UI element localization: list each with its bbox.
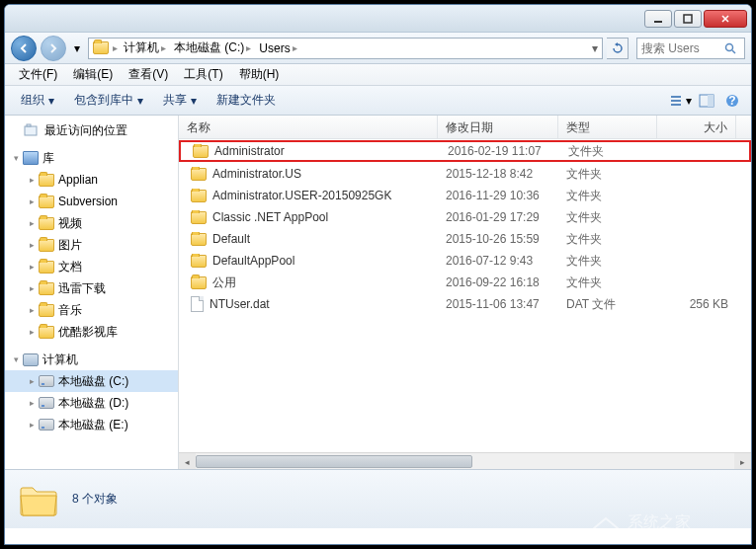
maximize-button[interactable] xyxy=(674,10,702,28)
file-type: 文件夹 xyxy=(558,274,657,291)
expand-icon[interactable]: ▸ xyxy=(25,376,39,386)
column-name[interactable]: 名称 xyxy=(179,116,438,138)
file-date: 2015-12-18 8:42 xyxy=(438,167,558,181)
sidebar-computer[interactable]: ▾ 计算机 xyxy=(5,349,178,370)
horizontal-scrollbar[interactable]: ◂ ▸ xyxy=(179,452,751,469)
include-in-library-button[interactable]: 包含到库中 ▾ xyxy=(66,89,151,112)
file-row[interactable]: Administrator2016-02-19 11:07文件夹 xyxy=(179,140,751,162)
breadcrumb-item[interactable]: 计算机 ▸ xyxy=(122,39,168,56)
expand-icon[interactable]: ▸ xyxy=(25,398,39,408)
svg-rect-4 xyxy=(671,100,681,102)
chevron-right-icon: ▸ xyxy=(113,42,118,53)
minimize-button[interactable] xyxy=(644,10,672,28)
menu-view[interactable]: 查看(V) xyxy=(121,64,176,85)
folder-icon xyxy=(39,326,54,339)
dropdown-icon[interactable]: ▾ xyxy=(592,41,598,55)
expand-icon[interactable]: ▸ xyxy=(25,327,39,337)
folder-icon xyxy=(93,41,109,54)
sidebar-drive-item[interactable]: ▸本地磁盘 (C:) xyxy=(5,370,178,392)
expand-icon[interactable]: ▸ xyxy=(25,240,39,250)
sidebar-item-label: 视频 xyxy=(58,215,82,232)
preview-pane-button[interactable] xyxy=(696,90,717,112)
expand-icon[interactable]: ▸ xyxy=(25,262,39,272)
sidebar-library-item[interactable]: ▸音乐 xyxy=(5,299,178,321)
breadcrumb[interactable]: ▸ 计算机 ▸ 本地磁盘 (C:) ▸ Users ▸ ▾ xyxy=(88,38,603,59)
sidebar-library-item[interactable]: ▸图片 xyxy=(5,234,178,256)
column-type[interactable]: 类型 xyxy=(558,116,657,138)
file-name: 公用 xyxy=(179,274,438,291)
scroll-left-icon[interactable]: ◂ xyxy=(179,453,196,469)
titlebar xyxy=(5,5,751,33)
sidebar-library-item[interactable]: ▸Applian xyxy=(5,169,178,191)
folder-icon xyxy=(17,478,60,521)
sidebar-library-item[interactable]: ▸迅雷下载 xyxy=(5,277,178,299)
help-button[interactable]: ? xyxy=(721,90,743,112)
svg-text:?: ? xyxy=(728,94,735,108)
menu-tools[interactable]: 工具(T) xyxy=(176,64,230,85)
breadcrumb-item[interactable]: 本地磁盘 (C:) ▸ xyxy=(172,39,253,56)
sidebar: 最近访问的位置 ▾ 库 ▸Applian▸Subversion▸视频▸图片▸文档… xyxy=(5,116,179,469)
sidebar-drive-item[interactable]: ▸本地磁盘 (E:) xyxy=(5,414,178,435)
file-name: DefaultAppPool xyxy=(179,254,438,268)
file-row[interactable]: Administrator.US2015-12-18 8:42文件夹 xyxy=(179,163,751,185)
menu-file[interactable]: 文件(F) xyxy=(11,64,65,85)
sidebar-item-label: Subversion xyxy=(58,195,118,208)
folder-icon xyxy=(191,255,207,268)
collapse-icon[interactable]: ▾ xyxy=(9,354,23,364)
sidebar-library-item[interactable]: ▸Subversion xyxy=(5,191,178,212)
expand-icon[interactable]: ▸ xyxy=(25,283,39,293)
expand-icon[interactable]: ▸ xyxy=(25,218,39,228)
menu-edit[interactable]: 编辑(E) xyxy=(65,64,121,85)
collapse-icon[interactable]: ▾ xyxy=(9,153,23,163)
search-box[interactable] xyxy=(636,38,745,59)
organize-button[interactable]: 组织 ▾ xyxy=(13,89,62,112)
file-type: 文件夹 xyxy=(558,188,657,204)
file-row[interactable]: Default2015-10-26 15:59文件夹 xyxy=(179,228,751,250)
folder-icon xyxy=(191,190,207,202)
menu-help[interactable]: 帮助(H) xyxy=(231,64,288,85)
scrollbar-thumb[interactable] xyxy=(196,455,472,468)
svg-rect-1 xyxy=(684,15,692,23)
sidebar-drive-item[interactable]: ▸本地磁盘 (D:) xyxy=(5,392,178,414)
nav-history-dropdown[interactable]: ▾ xyxy=(70,41,84,55)
sidebar-item-label: 本地磁盘 (E:) xyxy=(58,417,128,433)
column-date[interactable]: 修改日期 xyxy=(438,116,558,138)
file-row[interactable]: NTUser.dat2015-11-06 13:47DAT 文件256 KB xyxy=(179,293,751,315)
column-size[interactable]: 大小 xyxy=(657,116,736,138)
view-options-button[interactable]: ▾ xyxy=(670,90,692,112)
folder-icon xyxy=(39,217,54,230)
status-bar: 8 个对象 xyxy=(5,469,751,528)
sidebar-recent[interactable]: 最近访问的位置 xyxy=(5,119,178,141)
sidebar-library-item[interactable]: ▸文档 xyxy=(5,256,178,277)
folder-icon xyxy=(191,168,207,181)
sidebar-item-label: 本地磁盘 (D:) xyxy=(58,395,128,412)
file-row[interactable]: DefaultAppPool2016-07-12 9:43文件夹 xyxy=(179,250,751,272)
sidebar-library-item[interactable]: ▸视频 xyxy=(5,212,178,234)
close-button[interactable] xyxy=(704,10,747,28)
toolbar: 组织 ▾ 包含到库中 ▾ 共享 ▾ 新建文件夹 ▾ ? xyxy=(5,86,751,116)
new-folder-button[interactable]: 新建文件夹 xyxy=(209,89,284,112)
breadcrumb-item[interactable]: Users ▸ xyxy=(257,41,298,55)
svg-rect-0 xyxy=(654,21,662,23)
sidebar-library-item[interactable]: ▸优酷影视库 xyxy=(5,321,178,343)
back-button[interactable] xyxy=(11,36,37,61)
search-input[interactable] xyxy=(641,41,720,55)
file-row[interactable]: Classic .NET AppPool2016-01-29 17:29文件夹 xyxy=(179,206,751,228)
svg-rect-11 xyxy=(27,124,31,126)
file-row[interactable]: 公用2016-09-22 16:18文件夹 xyxy=(179,272,751,293)
sidebar-libraries[interactable]: ▾ 库 xyxy=(5,147,178,169)
file-type: DAT 文件 xyxy=(558,296,657,313)
file-type: 文件夹 xyxy=(558,209,657,226)
expand-icon[interactable]: ▸ xyxy=(25,420,39,430)
forward-button[interactable] xyxy=(41,36,66,61)
file-row[interactable]: Administrator.USER-20150925GK2016-11-29 … xyxy=(179,185,751,206)
expand-icon[interactable]: ▸ xyxy=(25,305,39,315)
folder-icon xyxy=(191,233,207,246)
expand-icon[interactable]: ▸ xyxy=(25,175,39,185)
refresh-button[interactable] xyxy=(607,38,629,59)
file-type: 文件夹 xyxy=(558,231,657,248)
svg-rect-5 xyxy=(671,104,681,106)
share-button[interactable]: 共享 ▾ xyxy=(155,89,205,112)
scroll-right-icon[interactable]: ▸ xyxy=(734,453,751,469)
expand-icon[interactable]: ▸ xyxy=(25,196,39,206)
